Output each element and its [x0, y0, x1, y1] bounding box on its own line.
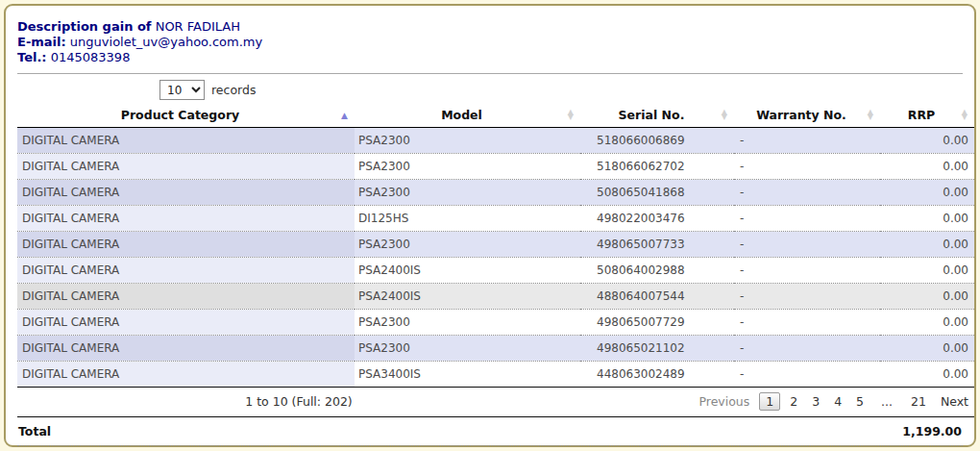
- total-value: 1,199.00: [902, 424, 962, 438]
- length-control: 10 records: [159, 79, 967, 101]
- description-line: Description gain of NOR FADILAH: [17, 19, 967, 35]
- rrp-cell: 0.00: [880, 284, 974, 310]
- rrp-cell: 0.00: [880, 128, 974, 154]
- column-label: Warranty No.: [756, 108, 846, 122]
- sort-both-icon: ▲▼: [568, 111, 574, 120]
- rrp-cell: 0.00: [880, 336, 974, 362]
- category-cell: DIGITAL CAMERA: [17, 284, 355, 310]
- customer-name: NOR FADILAH: [156, 19, 240, 34]
- contact-info: Description gain of NOR FADILAH E-mail: …: [17, 19, 967, 65]
- column-header-model[interactable]: Model▲▼: [355, 104, 580, 128]
- table-row: DIGITAL CAMERADI125HS498022003476-0.00: [17, 206, 974, 232]
- serial-cell: 488064007544: [580, 284, 734, 310]
- warranty-cell: -: [734, 258, 880, 284]
- column-label: Product Category: [121, 108, 239, 122]
- tel-label: Tel.:: [17, 50, 47, 64]
- warranty-cell: -: [734, 284, 880, 310]
- pagination-info: 1 to 10 (Full: 202): [17, 388, 580, 417]
- serial-cell: 498065007733: [580, 232, 734, 258]
- previous-page-button[interactable]: Previous: [694, 393, 754, 410]
- column-label: RRP: [908, 108, 935, 122]
- category-cell: DIGITAL CAMERA: [17, 310, 355, 336]
- table-row: DIGITAL CAMERAPSA2400IS508064002988-0.00: [17, 258, 974, 284]
- model-cell: PSA2300: [355, 232, 580, 258]
- model-cell: PSA2300: [355, 154, 580, 180]
- table-row: DIGITAL CAMERAPSA2300518066062702-0.00: [17, 154, 974, 180]
- table-body: DIGITAL CAMERAPSA2300518066006869-0.00DI…: [17, 128, 974, 388]
- sort-both-icon: ▲▼: [962, 111, 968, 120]
- serial-cell: 518066062702: [580, 154, 734, 180]
- model-cell: PSA3400IS: [355, 362, 580, 388]
- sort-both-icon: ▲▼: [722, 111, 727, 120]
- page-button-21[interactable]: 21: [906, 393, 931, 410]
- pagination-ellipsis: ...: [876, 393, 897, 410]
- column-header-warranty-no[interactable]: Warranty No.▲▼: [734, 104, 880, 128]
- warranty-cell: -: [734, 336, 880, 362]
- footer-row: 1 to 10 (Full: 202) Previous12345...21Ne…: [17, 388, 974, 417]
- tel-line: Tel.: 0145083398: [17, 50, 967, 65]
- warranty-cell: -: [734, 206, 880, 232]
- rrp-cell: 0.00: [880, 206, 974, 232]
- top-divider: [17, 73, 963, 74]
- total-row: Total 1,199.00: [17, 417, 963, 446]
- rrp-cell: 0.00: [880, 310, 974, 336]
- page-button-5[interactable]: 5: [851, 393, 869, 410]
- column-header-serial-no[interactable]: Serial No.▲▼: [580, 104, 734, 128]
- warranty-cell: -: [734, 232, 880, 258]
- table-row: DIGITAL CAMERAPSA2400IS488064007544-0.00: [17, 284, 974, 310]
- table-row: DIGITAL CAMERAPSA2300498065007729-0.00: [17, 310, 974, 336]
- category-cell: DIGITAL CAMERA: [17, 154, 355, 180]
- records-label: records: [211, 83, 256, 97]
- sort-ascending-icon: ▲: [341, 112, 348, 120]
- category-cell: DIGITAL CAMERA: [17, 258, 355, 284]
- email-value: unguviolet_uv@yahoo.com.my: [70, 35, 262, 49]
- rrp-cell: 0.00: [880, 362, 974, 388]
- header-row: Product Category▲Model▲▼Serial No.▲▼Warr…: [17, 104, 974, 128]
- total-label: Total: [18, 424, 51, 438]
- rrp-cell: 0.00: [880, 258, 974, 284]
- serial-cell: 518066006869: [580, 128, 734, 154]
- serial-cell: 498065007729: [580, 310, 734, 336]
- model-cell: PSA2300: [355, 310, 580, 336]
- email-line: E-mail: unguviolet_uv@yahoo.com.my: [17, 35, 967, 50]
- table-row: DIGITAL CAMERAPSA2300518066006869-0.00: [17, 128, 974, 154]
- serial-cell: 508065041868: [580, 180, 734, 206]
- table-footer: 1 to 10 (Full: 202) Previous12345...21Ne…: [17, 388, 974, 417]
- table-row: DIGITAL CAMERAPSA3400IS448063002489-0.00: [17, 362, 974, 388]
- pagination-cell: Previous12345...21Next: [580, 388, 974, 417]
- tel-value: 0145083398: [51, 50, 131, 64]
- model-cell: DI125HS: [355, 206, 580, 232]
- records-per-page-select[interactable]: 10: [159, 80, 205, 100]
- column-header-rrp[interactable]: RRP▲▼: [880, 104, 974, 128]
- serial-cell: 498065021102: [580, 336, 734, 362]
- model-cell: PSA2300: [355, 180, 580, 206]
- next-page-button[interactable]: Next: [936, 393, 973, 410]
- email-label: E-mail:: [17, 35, 66, 49]
- category-cell: DIGITAL CAMERA: [17, 206, 355, 232]
- page-button-3[interactable]: 3: [807, 393, 824, 410]
- table-row: DIGITAL CAMERAPSA2300498065007733-0.00: [17, 232, 974, 258]
- column-label: Serial No.: [619, 108, 685, 122]
- model-cell: PSA2400IS: [355, 284, 580, 310]
- category-cell: DIGITAL CAMERA: [17, 232, 355, 258]
- page-button-2[interactable]: 2: [785, 393, 802, 410]
- column-header-product-category[interactable]: Product Category▲: [17, 104, 355, 128]
- report-panel: Description gain of NOR FADILAH E-mail: …: [4, 4, 976, 447]
- model-cell: PSA2300: [355, 128, 580, 154]
- category-cell: DIGITAL CAMERA: [17, 128, 355, 154]
- page-button-4[interactable]: 4: [829, 393, 846, 410]
- pagination: Previous12345...21Next: [689, 394, 973, 409]
- category-cell: DIGITAL CAMERA: [17, 180, 355, 206]
- model-cell: PSA2400IS: [355, 258, 580, 284]
- page-button-1[interactable]: 1: [759, 392, 780, 411]
- category-cell: DIGITAL CAMERA: [17, 336, 355, 362]
- model-cell: PSA2300: [355, 336, 580, 362]
- serial-cell: 508064002988: [580, 258, 734, 284]
- description-label: Description gain of: [17, 19, 152, 34]
- rrp-cell: 0.00: [880, 232, 974, 258]
- warranty-cell: -: [734, 180, 880, 206]
- warranty-cell: -: [734, 154, 880, 180]
- warranty-cell: -: [734, 128, 880, 154]
- table-row: DIGITAL CAMERAPSA2300508065041868-0.00: [17, 180, 974, 206]
- warranty-cell: -: [734, 310, 880, 336]
